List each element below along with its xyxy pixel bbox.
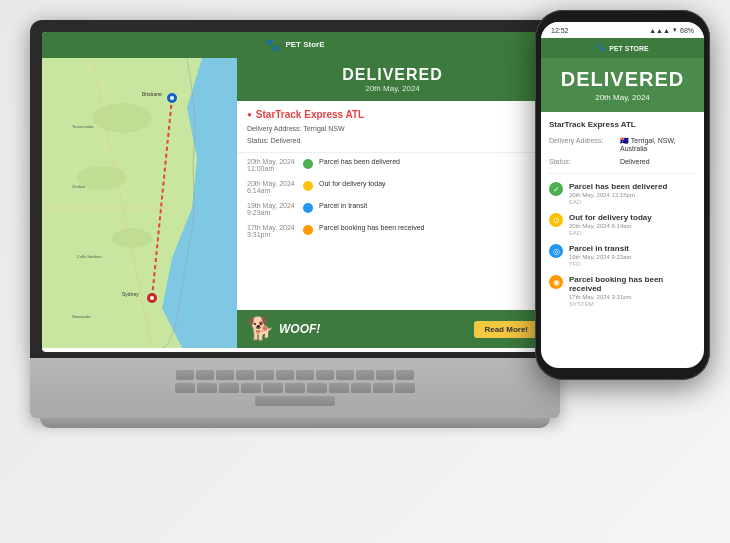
phone-event-title: Parcel has been delivered — [569, 182, 696, 191]
woof-text: WOOF! — [279, 322, 320, 336]
circle-icon: ⊙ — [553, 216, 560, 225]
phone-event-info: Parcel has been delivered 20th May, 2024… — [569, 182, 696, 205]
space-key — [255, 396, 335, 406]
phone-store-label: PET STORE — [609, 45, 649, 52]
carrier-status: Status: Delivered — [247, 137, 538, 144]
svg-text:Newcastle: Newcastle — [72, 314, 91, 319]
key — [316, 370, 334, 380]
app-logo-text: PET StorE — [285, 41, 324, 50]
key — [395, 383, 415, 393]
map-section: Brisbane Sydney Toowoomba Grafton Coffs … — [42, 58, 237, 348]
phone-event-4: ◉ Parcel booking has been received 17th … — [549, 275, 696, 307]
check-icon: ✓ — [553, 185, 560, 194]
phone-event-title: Parcel booking has been received — [569, 275, 696, 293]
key — [276, 370, 294, 380]
key — [241, 383, 261, 393]
svg-point-4 — [112, 228, 152, 248]
dog-icon: 🐕 — [247, 316, 274, 342]
phone-app-header: 🐾 PET STORE — [541, 38, 704, 58]
phone-event-1: ✓ Parcel has been delivered 20th May, 20… — [549, 182, 696, 205]
phone-paw-icon: 🐾 — [596, 44, 605, 52]
svg-point-9 — [150, 296, 154, 300]
status-label: Status: — [549, 158, 614, 165]
svg-text:Toowoomba: Toowoomba — [72, 124, 94, 129]
key — [307, 383, 327, 393]
read-more-button[interactable]: Read More! — [474, 321, 538, 338]
phone-event-date: 20th May, 2024 12:15pm — [569, 192, 696, 198]
booking-icon: ◉ — [553, 278, 560, 287]
phone-event-date: 20th May, 2024 6:14am — [569, 223, 696, 229]
phone-delivered-date: 20th May, 2024 — [551, 93, 694, 102]
signal-icon: ▲▲▲ — [649, 27, 670, 34]
phone-dot-orange: ◉ — [549, 275, 563, 289]
key — [329, 383, 349, 393]
tracking-events: 20th May, 202411:00am Parcel has been de… — [237, 153, 548, 310]
carrier-details: Delivery Address: Terrigal NSW — [247, 125, 538, 132]
phone-header-content: 🐾 PET STORE — [551, 44, 694, 52]
svg-text:Sydney: Sydney — [122, 291, 139, 297]
phone-event-3: ◎ Parcel in transit 19th May, 2024 9:23a… — [549, 244, 696, 267]
svg-text:Brisbane: Brisbane — [142, 91, 162, 97]
phone-event-title: Parcel in transit — [569, 244, 696, 253]
keyboard-row-3 — [255, 396, 335, 406]
dot-orange — [303, 225, 313, 235]
laptop-screen: 🐾 PET StorE — [42, 32, 548, 352]
key — [256, 370, 274, 380]
phone-carrier: StarTrack Express ATL — [549, 120, 696, 129]
wifi-icon: ▾ — [673, 26, 677, 34]
event-row: 17th May, 20243:31pm Parcel booking has … — [247, 224, 538, 238]
status-value: Delivered — [620, 158, 650, 165]
phone-dot-green: ✓ — [549, 182, 563, 196]
svg-text:Grafton: Grafton — [72, 184, 85, 189]
key — [216, 370, 234, 380]
dot-blue — [303, 203, 313, 213]
phone-event-title: Out for delivery today — [569, 213, 696, 222]
key — [176, 370, 194, 380]
battery-text: 68% — [680, 27, 694, 34]
scene: 🐾 PET StorE — [0, 0, 730, 543]
laptop-keyboard — [30, 358, 560, 418]
tracking-section: DELIVERED 20th May, 2024 ● StarTrack Exp… — [237, 58, 548, 348]
key — [263, 383, 283, 393]
svg-text:Coffs Harbour: Coffs Harbour — [77, 254, 102, 259]
app-footer: 🐕 WOOF! Read More! — [237, 310, 548, 348]
phone-dot-blue: ◎ — [549, 244, 563, 258]
map-svg: Brisbane Sydney Toowoomba Grafton Coffs … — [42, 58, 237, 348]
phone-event-info: Parcel booking has been received 17th Ma… — [569, 275, 696, 307]
phone-event-sub: EAD — [569, 199, 696, 205]
dot-green — [303, 159, 313, 169]
key — [196, 370, 214, 380]
phone-event-sub: TFD — [569, 261, 696, 267]
status-banner: DELIVERED 20th May, 2024 — [237, 58, 548, 101]
carrier-info: ● StarTrack Express ATL Delivery Address… — [237, 101, 548, 153]
phone-event-2: ⊙ Out for delivery today 20th May, 2024 … — [549, 213, 696, 236]
key — [351, 383, 371, 393]
phone-shell: 12:52 ▲▲▲ ▾ 68% 🐾 PET STORE DELIVERED — [535, 10, 710, 380]
event-row: 19th May, 20249:23am Parcel in transit — [247, 202, 538, 216]
key — [376, 370, 394, 380]
status-label: DELIVERED — [247, 66, 538, 84]
key — [356, 370, 374, 380]
phone-delivered-label: DELIVERED — [551, 68, 694, 91]
svg-point-2 — [92, 103, 152, 133]
status-date: 20th May, 2024 — [247, 84, 538, 93]
key — [296, 370, 314, 380]
phone-delivered-banner: DELIVERED 20th May, 2024 — [541, 58, 704, 112]
app-header: 🐾 PET StorE — [42, 32, 548, 58]
key — [336, 370, 354, 380]
paw-icon: 🐾 — [265, 38, 280, 52]
laptop-bottom-bar — [40, 418, 550, 428]
carrier-name: ● StarTrack Express ATL — [247, 109, 538, 120]
divider — [549, 173, 696, 174]
event-row: 20th May, 20246:14am Out for delivery to… — [247, 180, 538, 194]
address-value: 🇦🇺 Terrigal, NSW, Australia — [620, 137, 696, 152]
key — [285, 383, 305, 393]
phone-address-row: Delivery Address: 🇦🇺 Terrigal, NSW, Aust… — [549, 137, 696, 152]
key — [175, 383, 195, 393]
event-row: 20th May, 202411:00am Parcel has been de… — [247, 158, 538, 172]
key — [219, 383, 239, 393]
phone-event-date: 19th May, 2024 9:23am — [569, 254, 696, 260]
key — [396, 370, 414, 380]
phone-status-row: Status: Delivered — [549, 158, 696, 165]
phone-event-date: 17th May, 2024 3:31pm — [569, 294, 696, 300]
